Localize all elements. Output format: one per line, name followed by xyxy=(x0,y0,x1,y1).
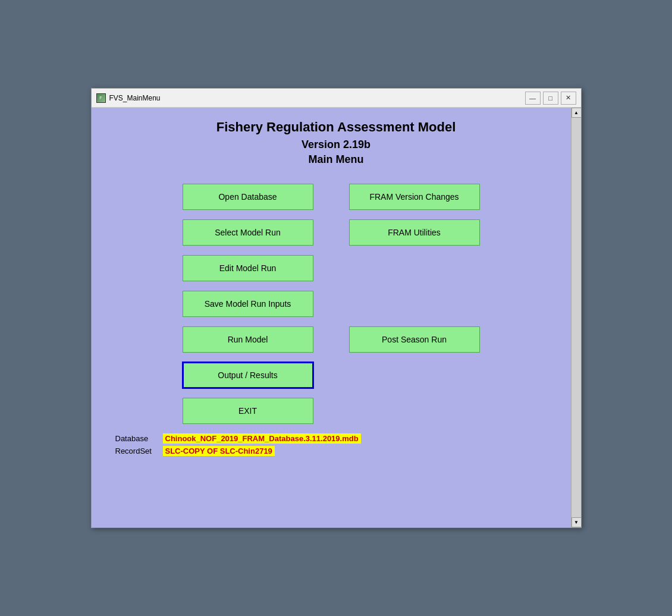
edit-model-run-button[interactable]: Edit Model Run xyxy=(183,255,313,281)
fram-utilities-button[interactable]: FRAM Utilities xyxy=(349,219,480,246)
save-model-run-button[interactable]: Save Model Run Inputs xyxy=(183,291,313,317)
button-row-7: EXIT xyxy=(115,398,547,424)
post-season-run-button[interactable]: Post Season Run xyxy=(349,326,480,353)
window-icon: F xyxy=(96,93,106,103)
title-bar: F FVS_MainMenu — □ ✕ xyxy=(92,89,581,108)
maximize-button[interactable]: □ xyxy=(543,92,558,105)
database-value: Chinook_NOF_2019_FRAM_Database.3.11.2019… xyxy=(163,433,361,444)
scrollbar[interactable]: ▲ ▼ xyxy=(571,108,581,527)
footer-recordset-row: RecordSet SLC-COPY OF SLC-Chin2719 xyxy=(115,446,547,456)
footer-database-row: Database Chinook_NOF_2019_FRAM_Database.… xyxy=(115,433,547,444)
title-bar-controls: — □ ✕ xyxy=(525,92,576,105)
exit-button[interactable]: EXIT xyxy=(183,398,313,424)
window-body: Fishery Regulation Assessment Model Vers… xyxy=(92,108,581,527)
footer-section: Database Chinook_NOF_2019_FRAM_Database.… xyxy=(115,433,557,458)
desktop: F FVS_MainMenu — □ ✕ Fishery Regulation … xyxy=(0,0,672,616)
run-model-button[interactable]: Run Model xyxy=(183,326,313,353)
button-row-3: Edit Model Run xyxy=(115,255,547,281)
buttons-grid: Open Database FRAM Version Changes Selec… xyxy=(115,184,557,424)
button-row-1: Open Database FRAM Version Changes xyxy=(115,184,547,210)
recordset-value: SLC-COPY OF SLC-Chin2719 xyxy=(163,446,275,456)
output-results-button[interactable]: Output / Results xyxy=(183,362,313,388)
database-label: Database xyxy=(115,434,163,443)
recordset-label: RecordSet xyxy=(115,447,163,455)
app-version: Version 2.19b xyxy=(115,139,557,151)
open-database-button[interactable]: Open Database xyxy=(183,184,313,210)
button-row-5: Run Model Post Season Run xyxy=(115,326,547,353)
button-row-6: Output / Results xyxy=(115,362,547,388)
scroll-up-button[interactable]: ▲ xyxy=(571,108,582,118)
select-model-run-button[interactable]: Select Model Run xyxy=(183,219,313,246)
app-title: Fishery Regulation Assessment Model xyxy=(115,120,557,135)
scroll-track[interactable] xyxy=(571,118,581,517)
fram-version-changes-button[interactable]: FRAM Version Changes xyxy=(349,184,480,210)
scroll-down-button[interactable]: ▼ xyxy=(571,517,582,527)
button-row-4: Save Model Run Inputs xyxy=(115,291,547,317)
app-menu-title: Main Menu xyxy=(115,153,557,166)
header-section: Fishery Regulation Assessment Model Vers… xyxy=(115,120,557,166)
close-button[interactable]: ✕ xyxy=(561,92,576,105)
minimize-button[interactable]: — xyxy=(525,92,541,105)
window-title: FVS_MainMenu xyxy=(109,94,525,102)
main-window: F FVS_MainMenu — □ ✕ Fishery Regulation … xyxy=(91,88,582,528)
button-row-2: Select Model Run FRAM Utilities xyxy=(115,219,547,246)
